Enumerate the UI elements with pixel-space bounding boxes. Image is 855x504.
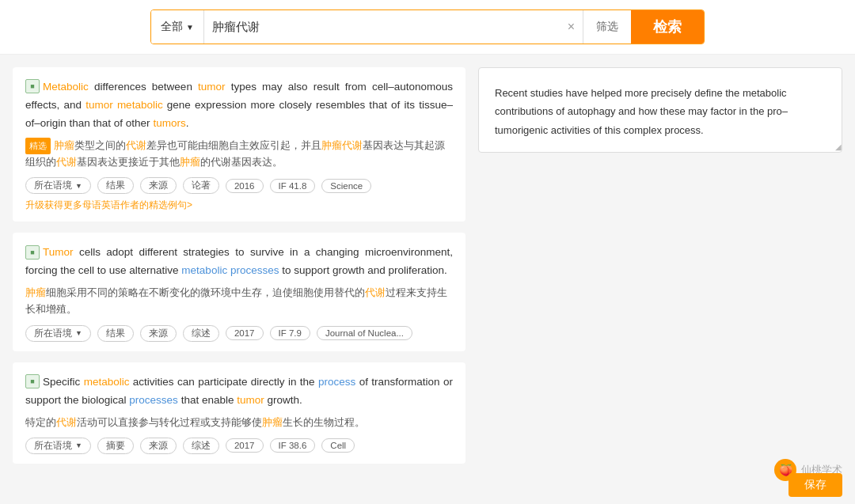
result-en-text: ■Specific metabolic activities can parti… bbox=[25, 373, 453, 410]
journal-tag[interactable]: Journal of Nuclea... bbox=[317, 326, 412, 340]
type-tag[interactable]: 综述 bbox=[183, 438, 219, 454]
type-tag[interactable]: 论著 bbox=[183, 177, 219, 194]
preview-panel: Recent studies have helped more precisel… bbox=[478, 67, 842, 153]
result-tag[interactable]: 结果 bbox=[97, 177, 134, 194]
source-tag[interactable]: 来源 bbox=[140, 438, 177, 454]
processes-word: processes bbox=[129, 394, 178, 406]
resize-handle[interactable]: ◢ bbox=[832, 142, 842, 152]
result-en-text: ■Tumor cells adopt different strategies … bbox=[25, 244, 453, 280]
result-zh-text: 肿瘤细胞采用不同的策略在不断变化的微环境中生存，迫使细胞使用替代的代谢过程来支持… bbox=[25, 285, 453, 319]
metabolic-processes-word: metabolic processes bbox=[181, 264, 279, 276]
tumor-word: tumor bbox=[237, 394, 264, 406]
tumor-word: Tumor bbox=[43, 246, 74, 258]
source-tag[interactable]: 来源 bbox=[140, 325, 177, 342]
process-word: process bbox=[318, 376, 355, 388]
result-item: ■Specific metabolic activities can parti… bbox=[13, 362, 466, 464]
tumors-word: tumors bbox=[153, 117, 185, 129]
search-container: 全部 ▼ × 筛选 检索 bbox=[150, 9, 705, 44]
result-icon: ■ bbox=[25, 79, 40, 93]
clear-icon[interactable]: × bbox=[560, 10, 583, 44]
result-tag[interactable]: 结果 bbox=[97, 325, 134, 342]
result-zh-text: 精选肿瘤类型之间的代谢差异也可能由细胞自主效应引起，并且肿瘤代谢基因表达与其起源… bbox=[25, 138, 453, 172]
metabolic-word: Metabolic bbox=[43, 81, 89, 93]
source-tag[interactable]: 来源 bbox=[140, 177, 177, 194]
result-item: ■Tumor cells adopt different strategies … bbox=[13, 233, 466, 351]
result-icon: ■ bbox=[25, 374, 40, 388]
year-tag[interactable]: 2017 bbox=[226, 326, 264, 340]
jingxuan-badge: 精选 bbox=[25, 138, 51, 154]
metabolic-word2: metabolic bbox=[117, 99, 163, 111]
save-button[interactable]: 保存 bbox=[788, 473, 842, 497]
context-tag[interactable]: 所在语境 ▼ bbox=[25, 438, 91, 454]
result-en-text: ■Metabolic differences between tumor typ… bbox=[25, 78, 453, 133]
filter-button[interactable]: 筛选 bbox=[583, 10, 631, 44]
tumor-word2: tumor bbox=[86, 99, 113, 111]
category-label: 全部 bbox=[161, 20, 183, 34]
year-tag[interactable]: 2017 bbox=[226, 438, 264, 453]
tag-row: 所在语境 ▼ 摘要 来源 综述 2017 IF 38.6 Cell bbox=[25, 438, 453, 454]
metabolic-word: metabolic bbox=[84, 376, 130, 388]
if-tag[interactable]: IF 7.9 bbox=[270, 326, 310, 340]
search-button[interactable]: 检索 bbox=[631, 10, 704, 44]
if-tag[interactable]: IF 38.6 bbox=[270, 438, 316, 453]
context-tag[interactable]: 所在语境 ▼ bbox=[25, 177, 91, 194]
main-content: ■Metabolic differences between tumor typ… bbox=[0, 55, 855, 504]
search-bar: 全部 ▼ × 筛选 检索 bbox=[0, 0, 855, 55]
context-tag[interactable]: 所在语境 ▼ bbox=[25, 325, 91, 342]
category-dropdown[interactable]: 全部 ▼ bbox=[151, 10, 204, 44]
search-input[interactable] bbox=[204, 10, 560, 44]
type-tag[interactable]: 综述 bbox=[183, 325, 219, 342]
year-tag[interactable]: 2016 bbox=[226, 179, 264, 193]
tag-row: 所在语境 ▼ 结果 来源 论著 2016 IF 41.8 Science bbox=[25, 177, 453, 194]
tumor-word: tumor bbox=[198, 81, 226, 93]
if-tag[interactable]: IF 41.8 bbox=[270, 179, 316, 193]
results-panel: ■Metabolic differences between tumor typ… bbox=[13, 67, 466, 504]
abstract-tag[interactable]: 摘要 bbox=[97, 438, 134, 454]
chevron-down-icon: ▼ bbox=[186, 23, 194, 32]
journal-tag[interactable]: Science bbox=[321, 179, 371, 193]
journal-tag[interactable]: Cell bbox=[321, 438, 355, 453]
tag-row: 所在语境 ▼ 结果 来源 综述 2017 IF 7.9 Journal of N… bbox=[25, 325, 453, 342]
result-item: ■Metabolic differences between tumor typ… bbox=[13, 67, 466, 222]
upgrade-link[interactable]: 升级获得更多母语英语作者的精选例句> bbox=[25, 199, 453, 212]
result-icon: ■ bbox=[25, 245, 40, 260]
preview-text: Recent studies have helped more precisel… bbox=[495, 84, 826, 139]
result-zh-text: 特定的代谢活动可以直接参与转化过程或支持能够使肿瘤生长的生物过程。 bbox=[25, 415, 453, 431]
